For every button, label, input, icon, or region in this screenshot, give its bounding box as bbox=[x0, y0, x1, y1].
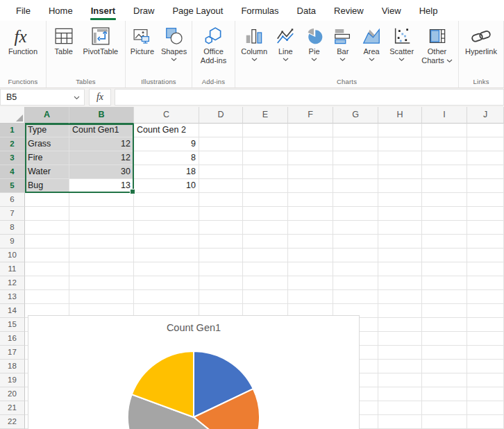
cell-C1[interactable]: Count Gen 2 bbox=[134, 124, 199, 137]
area-button[interactable]: Area bbox=[359, 24, 384, 62]
cell-H20[interactable] bbox=[378, 387, 422, 401]
column-header-J[interactable]: J bbox=[467, 107, 504, 124]
row-header-18[interactable]: 18 bbox=[0, 360, 25, 373]
row-header-21[interactable]: 21 bbox=[0, 401, 25, 415]
tab-review[interactable]: Review bbox=[325, 0, 373, 21]
cell-B12[interactable] bbox=[69, 276, 134, 290]
row-header-4[interactable]: 4 bbox=[0, 165, 25, 179]
cell-J18[interactable] bbox=[467, 360, 504, 373]
cell-I16[interactable] bbox=[422, 332, 467, 346]
tab-insert[interactable]: Insert bbox=[82, 0, 124, 21]
tab-draw[interactable]: Draw bbox=[124, 0, 163, 21]
column-header-G[interactable]: G bbox=[333, 107, 378, 124]
cell-I2[interactable] bbox=[422, 137, 467, 151]
cell-E6[interactable] bbox=[243, 193, 288, 207]
cell-J14[interactable] bbox=[467, 304, 504, 318]
cell-I12[interactable] bbox=[422, 276, 467, 290]
cell-H8[interactable] bbox=[378, 221, 422, 235]
column-button[interactable]: Column bbox=[239, 24, 269, 62]
cell-H17[interactable] bbox=[378, 346, 422, 360]
cell-H22[interactable] bbox=[378, 415, 422, 429]
tab-file[interactable]: File bbox=[7, 0, 40, 21]
cell-I19[interactable] bbox=[422, 373, 467, 387]
cell-H12[interactable] bbox=[378, 276, 422, 290]
cell-D9[interactable] bbox=[199, 235, 243, 249]
cell-J20[interactable] bbox=[467, 387, 504, 401]
row-header-22[interactable]: 22 bbox=[0, 415, 25, 429]
column-header-E[interactable]: E bbox=[243, 107, 288, 124]
cell-J6[interactable] bbox=[467, 193, 504, 207]
cell-A7[interactable] bbox=[25, 207, 69, 221]
cell-A5[interactable]: Bug bbox=[25, 179, 69, 193]
cell-B13[interactable] bbox=[69, 290, 134, 304]
cell-I4[interactable] bbox=[422, 165, 467, 179]
cell-J13[interactable] bbox=[467, 290, 504, 304]
column-header-H[interactable]: H bbox=[378, 107, 422, 124]
cell-G7[interactable] bbox=[333, 207, 378, 221]
cell-G9[interactable] bbox=[333, 235, 378, 249]
cell-D7[interactable] bbox=[199, 207, 243, 221]
cell-F1[interactable] bbox=[288, 124, 333, 137]
column-header-I[interactable]: I bbox=[422, 107, 467, 124]
tab-formulas[interactable]: Formulas bbox=[232, 0, 287, 21]
cell-B3[interactable]: 12 bbox=[69, 151, 134, 165]
pie-button[interactable]: Pie bbox=[302, 24, 327, 62]
cell-F9[interactable] bbox=[288, 235, 333, 249]
cell-C3[interactable]: 8 bbox=[134, 151, 199, 165]
cell-E2[interactable] bbox=[243, 137, 288, 151]
other-charts-button[interactable]: OtherCharts bbox=[419, 24, 454, 66]
cell-G13[interactable] bbox=[333, 290, 378, 304]
cell-D3[interactable] bbox=[199, 151, 243, 165]
cell-C13[interactable] bbox=[134, 290, 199, 304]
cell-B9[interactable] bbox=[69, 235, 134, 249]
cell-J16[interactable] bbox=[467, 332, 504, 346]
cell-C11[interactable] bbox=[134, 262, 199, 276]
cell-I7[interactable] bbox=[422, 207, 467, 221]
cell-H13[interactable] bbox=[378, 290, 422, 304]
cell-C7[interactable] bbox=[134, 207, 199, 221]
cell-J8[interactable] bbox=[467, 221, 504, 235]
cell-D4[interactable] bbox=[199, 165, 243, 179]
cell-B2[interactable]: 12 bbox=[69, 137, 134, 151]
cell-C10[interactable] bbox=[134, 249, 199, 262]
cell-H10[interactable] bbox=[378, 249, 422, 262]
cell-I22[interactable] bbox=[422, 415, 467, 429]
cell-J3[interactable] bbox=[467, 151, 504, 165]
cell-E4[interactable] bbox=[243, 165, 288, 179]
cell-I21[interactable] bbox=[422, 401, 467, 415]
cell-D1[interactable] bbox=[199, 124, 243, 137]
row-header-7[interactable]: 7 bbox=[0, 207, 25, 221]
name-box[interactable]: B5 bbox=[0, 89, 85, 106]
cell-I1[interactable] bbox=[422, 124, 467, 137]
cell-A6[interactable] bbox=[25, 193, 69, 207]
cell-D10[interactable] bbox=[199, 249, 243, 262]
cell-D8[interactable] bbox=[199, 221, 243, 235]
cell-J21[interactable] bbox=[467, 401, 504, 415]
cell-B6[interactable] bbox=[69, 193, 134, 207]
cell-D11[interactable] bbox=[199, 262, 243, 276]
cell-E7[interactable] bbox=[243, 207, 288, 221]
cell-J2[interactable] bbox=[467, 137, 504, 151]
row-header-19[interactable]: 19 bbox=[0, 373, 25, 387]
cell-A11[interactable] bbox=[25, 262, 69, 276]
cell-H11[interactable] bbox=[378, 262, 422, 276]
cell-F5[interactable] bbox=[288, 179, 333, 193]
cell-B8[interactable] bbox=[69, 221, 134, 235]
cell-J9[interactable] bbox=[467, 235, 504, 249]
cell-E10[interactable] bbox=[243, 249, 288, 262]
function-button[interactable]: fxFunction bbox=[6, 24, 40, 57]
cell-F6[interactable] bbox=[288, 193, 333, 207]
tab-home[interactable]: Home bbox=[40, 0, 82, 21]
cell-H14[interactable] bbox=[378, 304, 422, 318]
column-header-C[interactable]: C bbox=[134, 107, 199, 124]
cell-A3[interactable]: Fire bbox=[25, 151, 69, 165]
cell-F2[interactable] bbox=[288, 137, 333, 151]
shapes-button[interactable]: Shapes bbox=[159, 24, 189, 62]
cell-A2[interactable]: Grass bbox=[25, 137, 69, 151]
cell-B1[interactable]: Count Gen1 bbox=[69, 124, 134, 137]
cell-E11[interactable] bbox=[243, 262, 288, 276]
row-header-16[interactable]: 16 bbox=[0, 332, 25, 346]
row-header-1[interactable]: 1 bbox=[0, 124, 25, 137]
cell-G5[interactable] bbox=[333, 179, 378, 193]
cell-I17[interactable] bbox=[422, 346, 467, 360]
